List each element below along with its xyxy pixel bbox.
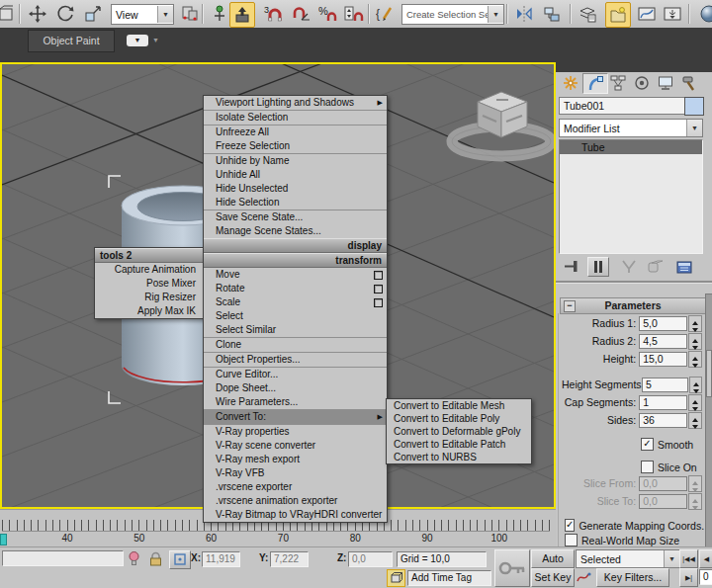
menu-item-curve-editor[interactable]: Curve Editor...	[204, 368, 387, 381]
x-coordinate-field[interactable]: 11,919	[202, 551, 240, 567]
previous-frame-button[interactable]: ◀	[699, 549, 712, 568]
menu-item-dope-sheet[interactable]: Dope Sheet...	[204, 381, 387, 395]
absolute-mode-toggle[interactable]	[169, 550, 191, 569]
viewcube[interactable]	[445, 80, 556, 169]
spinner-slice-from[interactable]	[688, 475, 702, 492]
percent-snap-toggle-icon[interactable]: %	[316, 2, 340, 26]
spinner-down-icon[interactable]	[692, 425, 698, 432]
menu-item-select-similar[interactable]: Select Similar	[204, 323, 387, 337]
show-end-result-toggle[interactable]	[587, 257, 609, 277]
spinner-up-icon[interactable]	[692, 397, 698, 404]
set-key-button[interactable]: Set Key	[531, 568, 575, 587]
maxscript-mini-listener[interactable]	[2, 550, 124, 566]
spinner-up-icon[interactable]	[693, 379, 699, 386]
current-frame-field[interactable]: 0	[699, 569, 712, 585]
pin-stack-icon[interactable]	[564, 259, 579, 275]
use-center-flyout-icon[interactable]	[178, 2, 202, 26]
spinner-radius-1[interactable]	[688, 315, 702, 332]
select-and-move-icon[interactable]	[26, 2, 49, 26]
object-color-swatch[interactable]	[684, 97, 704, 116]
angle-snap-toggle-icon[interactable]	[289, 2, 312, 26]
curve-editor-icon[interactable]	[635, 2, 659, 26]
edit-named-selection-sets-icon[interactable]: {	[374, 2, 398, 26]
settings-box-icon[interactable]	[374, 271, 383, 280]
configure-modifier-sets-icon[interactable]	[676, 259, 692, 275]
select-and-scale-icon[interactable]	[81, 2, 105, 26]
menu-item-select[interactable]: Select	[204, 309, 387, 323]
menu-item-hide-selection[interactable]: Hide Selection	[204, 196, 387, 210]
set-keys-button[interactable]	[494, 549, 530, 587]
spinner-height[interactable]	[688, 351, 702, 368]
tab-modify[interactable]	[582, 73, 608, 94]
keyboard-shortcut-override-toggle[interactable]	[229, 2, 255, 28]
spinner-up-icon[interactable]	[692, 354, 698, 361]
checkbox-smooth[interactable]: ✓	[641, 438, 654, 451]
menu-item-rotate[interactable]: Rotate	[204, 282, 387, 295]
menu-item-apply-max-ik[interactable]: Apply Max IK	[95, 304, 204, 318]
menu-item-convert-to-nurbs[interactable]: Convert to NURBS	[387, 451, 531, 463]
menu-item-object-properties[interactable]: Object Properties...	[204, 353, 387, 367]
menu-item-v-ray-scene-converter[interactable]: V-Ray scene converter	[204, 439, 387, 453]
spinner-sides[interactable]	[688, 412, 702, 429]
menu-item-convert-to[interactable]: Convert To:▶	[204, 410, 387, 424]
tab-hierarchy[interactable]	[606, 73, 630, 92]
menu-item-pose-mixer[interactable]: Pose Mixer	[95, 277, 204, 291]
select-and-rotate-icon[interactable]	[53, 2, 77, 26]
menu-item-viewport-lighting-and-shadows[interactable]: Viewport Lighting and Shadows▶	[204, 96, 387, 110]
panel-scrollbar[interactable]	[705, 294, 712, 548]
selection-lock-icon[interactable]	[148, 550, 163, 566]
named-selection-sets-dropdown[interactable]: Create Selection Se ▼	[401, 4, 504, 25]
spinner-cap-segments[interactable]	[688, 394, 702, 411]
spinner-radius-2[interactable]	[688, 333, 702, 350]
menu-item-unhide-by-name[interactable]: Unhide by Name	[204, 154, 387, 168]
modifier-stack-item-tube[interactable]: Tube	[560, 140, 702, 154]
next-frame-button[interactable]: ▶|	[679, 568, 698, 587]
checkbox-real-world-map-size[interactable]	[565, 534, 578, 546]
menu-item-v-ray-vfb[interactable]: V-Ray VFB	[204, 466, 387, 480]
spinner-down-icon[interactable]	[692, 506, 698, 513]
checkbox-slice-on[interactable]	[641, 461, 654, 473]
tab-utilities[interactable]	[677, 73, 701, 92]
checkbox-generate-mapping-coords[interactable]: ✓	[565, 519, 575, 532]
scrollbar-handle[interactable]	[706, 350, 712, 397]
modifier-list-dropdown[interactable]: Modifier List ▼	[559, 119, 703, 137]
menu-item-scale[interactable]: Scale	[204, 295, 387, 309]
mirror-icon[interactable]	[512, 2, 536, 26]
tab-object-paint[interactable]: Object Paint	[28, 30, 115, 52]
time-tag-cube-icon[interactable]	[387, 569, 405, 587]
menu-item-v-ray-properties[interactable]: V-Ray properties	[204, 425, 387, 439]
menu-item-wire-parameters[interactable]: Wire Parameters...	[204, 395, 387, 409]
param-field-slice-from[interactable]: 0,0	[639, 476, 687, 491]
y-coordinate-field[interactable]: 7,222	[270, 551, 309, 567]
spinner-up-icon[interactable]	[692, 415, 698, 422]
menu-item-manage-scene-states[interactable]: Manage Scene States...	[204, 224, 387, 238]
menu-item-convert-to-editable-patch[interactable]: Convert to Editable Patch	[387, 438, 531, 451]
auto-key-button[interactable]: Auto Key	[531, 549, 575, 568]
param-field-radius-1[interactable]: 5,0	[639, 316, 687, 331]
menu-item-freeze-selection[interactable]: Freeze Selection	[204, 139, 387, 153]
spinner-up-icon[interactable]	[692, 336, 698, 343]
spinner-up-icon[interactable]	[692, 318, 698, 325]
add-time-tag[interactable]: Add Time Tag	[407, 570, 491, 586]
spinner-up-icon[interactable]	[692, 496, 698, 503]
adaptive-degradation-bulb-icon[interactable]	[127, 550, 141, 566]
chevron-down-icon[interactable]: ▼	[152, 37, 159, 43]
ribbon-flyout-button[interactable]: ▼	[127, 35, 148, 46]
tab-motion[interactable]	[630, 73, 654, 92]
menu-item-unfreeze-all[interactable]: Unfreeze All	[204, 126, 387, 139]
param-field-slice-to[interactable]: 0,0	[639, 494, 687, 509]
spinner-snap-toggle-icon[interactable]	[342, 2, 366, 26]
menu-item-convert-to-editable-poly[interactable]: Convert to Editable Poly	[387, 412, 531, 425]
spinner-slice-to[interactable]	[688, 493, 702, 510]
menu-item-clone[interactable]: Clone	[204, 338, 387, 352]
key-filters-button[interactable]: Key Filters...	[596, 568, 669, 587]
layer-manager-icon[interactable]	[576, 2, 599, 26]
rollout-collapse-icon[interactable]: −	[564, 300, 576, 312]
menu-item-move[interactable]: Move	[204, 268, 387, 282]
menu-item-hide-unselected[interactable]: Hide Unselected	[204, 182, 387, 196]
go-to-start-button[interactable]: |◀◀	[679, 549, 698, 568]
menu-item-vrscene-exporter[interactable]: .vrscene exporter	[204, 480, 387, 494]
select-and-manipulate-icon[interactable]	[208, 2, 231, 26]
selection-region-icon[interactable]	[0, 2, 16, 26]
menu-item-isolate-selection[interactable]: Isolate Selection	[204, 111, 387, 125]
